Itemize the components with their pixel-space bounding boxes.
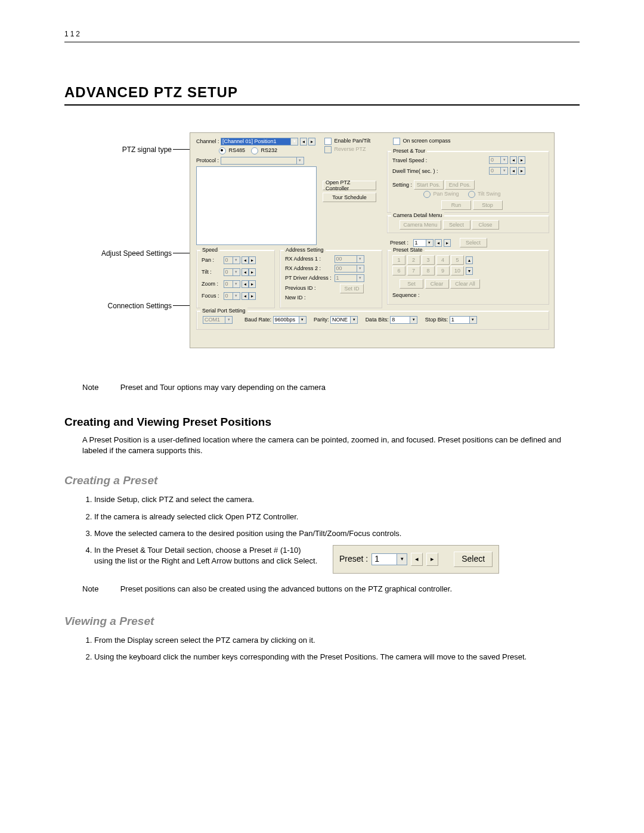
- title-rule: [64, 104, 580, 106]
- dropdown-arrow-icon: ▾: [426, 240, 433, 246]
- start-pos-button[interactable]: Start Pos.: [414, 180, 444, 190]
- preset-state-legend: Preset State: [391, 247, 425, 253]
- creating-preset-steps: Inside Setup, click PTZ and select the c…: [82, 494, 580, 573]
- rs232-radio[interactable]: [251, 147, 258, 154]
- baud-label: Baud Rate:: [244, 317, 271, 323]
- preset-9[interactable]: 9: [436, 266, 450, 275]
- rx2-label: RX Address 2 :: [285, 265, 333, 271]
- protocol-select[interactable]: ▾: [221, 157, 304, 165]
- focus-select[interactable]: 0▾: [224, 292, 240, 300]
- pan-prev[interactable]: ◂: [242, 256, 249, 264]
- preset-scroll-up[interactable]: ▴: [466, 256, 473, 264]
- preset-clear-button[interactable]: Clear: [425, 279, 449, 289]
- callout-signal: PTZ signal type: [88, 145, 172, 154]
- channel-next-button[interactable]: ▸: [308, 138, 315, 145]
- rs485-radio[interactable]: [219, 147, 226, 154]
- dwell-time-next[interactable]: ▸: [518, 167, 525, 175]
- preset-7[interactable]: 7: [407, 266, 420, 275]
- preset-inline-widget: Preset : 1 ▾ ◂ ▸ Select: [333, 545, 499, 574]
- preset-widget-select[interactable]: 1 ▾: [371, 553, 407, 565]
- create-step-2: If the camera is already selected click …: [94, 512, 580, 522]
- camera-select-button[interactable]: Select: [443, 220, 470, 230]
- tilt-label: Tilt :: [202, 269, 222, 275]
- focus-next[interactable]: ▸: [249, 292, 256, 300]
- preset-state-group: Preset State 1 2 3 4 5 ▴ 6 7 8 9 10 ▾: [387, 250, 549, 305]
- tour-schedule-button[interactable]: Tour Schedule: [323, 193, 376, 202]
- preset-8[interactable]: 8: [422, 266, 435, 275]
- preset-label: Preset :: [390, 240, 408, 246]
- preset-1[interactable]: 1: [392, 255, 405, 265]
- camera-detail-legend: Camera Detail Menu: [391, 212, 444, 218]
- baud-select[interactable]: 9600bps▾: [273, 316, 306, 324]
- rx2-select[interactable]: 00▾: [335, 265, 364, 272]
- tilt-select[interactable]: 0▾: [224, 268, 240, 276]
- dropdown-arrow-icon: ▾: [357, 275, 364, 281]
- zoom-select[interactable]: 0▾: [224, 280, 240, 288]
- setid-button[interactable]: Set ID: [340, 284, 364, 293]
- zoom-next[interactable]: ▸: [249, 280, 256, 288]
- preset-select-button[interactable]: Select: [460, 238, 487, 247]
- preset-10[interactable]: 10: [451, 266, 464, 275]
- preset-4[interactable]: 4: [436, 255, 450, 265]
- preset-2[interactable]: 2: [407, 255, 420, 265]
- com-select[interactable]: COM1▾: [203, 316, 233, 324]
- stop-button[interactable]: Stop: [473, 200, 503, 210]
- run-button[interactable]: Run: [441, 200, 471, 210]
- preset-clearall-button[interactable]: Clear All: [450, 279, 480, 289]
- end-pos-button[interactable]: End Pos.: [445, 180, 475, 190]
- channel-prev-button[interactable]: ◂: [300, 138, 307, 145]
- dropdown-arrow-icon: ▾: [350, 317, 357, 323]
- preset-select[interactable]: 1▾: [413, 239, 434, 247]
- preset-widget-select-button[interactable]: Select: [454, 552, 493, 567]
- pan-swing-radio[interactable]: [423, 191, 431, 198]
- note-2: Note Preset positions can also be create…: [82, 584, 580, 593]
- travel-speed-next[interactable]: ▸: [518, 156, 525, 164]
- create-step-3: Move the selected camera to the desired …: [94, 528, 580, 539]
- preset-5[interactable]: 5: [451, 255, 464, 265]
- pan-next[interactable]: ▸: [249, 256, 256, 264]
- camera-close-button[interactable]: Close: [472, 220, 499, 230]
- pan-select[interactable]: 0▾: [224, 256, 240, 264]
- dropdown-arrow-icon: ▾: [233, 293, 240, 299]
- dropdown-arrow-icon: ▾: [299, 317, 306, 323]
- open-ptz-button[interactable]: Open PTZ Controller: [323, 181, 376, 190]
- camera-menu-button[interactable]: Camera Menu: [400, 220, 441, 230]
- focus-prev[interactable]: ◂: [242, 292, 249, 300]
- databits-select[interactable]: 8▾: [390, 316, 417, 324]
- preset-6[interactable]: 6: [392, 266, 405, 275]
- travel-speed-prev[interactable]: ◂: [510, 156, 517, 164]
- ptdrv-select[interactable]: 1▾: [335, 274, 364, 282]
- preset-prev[interactable]: ◂: [435, 239, 442, 247]
- channel-select[interactable]: [Channel 01] Position1 ▾: [221, 138, 298, 145]
- preset-widget-prev[interactable]: ◂: [411, 553, 423, 566]
- preset-tour-group: Preset & Tour Travel Speed : 0▾ ◂ ▸ Dwel…: [387, 151, 549, 213]
- tilt-next[interactable]: ▸: [249, 268, 256, 276]
- viewing-preset-steps: From the Display screen select the PTZ c…: [82, 635, 580, 662]
- zoom-prev[interactable]: ◂: [242, 280, 249, 288]
- enable-pantilt-checkbox[interactable]: [324, 138, 332, 145]
- rx1-label: RX Address 1 :: [285, 256, 333, 262]
- preset-set-button[interactable]: Set: [400, 279, 423, 289]
- preset-widget-next[interactable]: ▸: [426, 553, 438, 566]
- pan-label: Pan :: [202, 257, 222, 263]
- preset-next[interactable]: ▸: [444, 239, 451, 247]
- reverse-ptz-checkbox[interactable]: [324, 146, 332, 153]
- travel-speed-select[interactable]: 0▾: [489, 156, 508, 164]
- camera-list[interactable]: [196, 166, 317, 245]
- pan-swing-label: Pan Swing: [434, 191, 459, 197]
- section-creating-viewing-title: Creating and Viewing Preset Positions: [64, 416, 580, 429]
- speed-group: Speed Pan : 0▾ ◂▸ Tilt : 0▾ ◂▸ Zoom : 0▾…: [196, 250, 275, 308]
- stopbits-select[interactable]: 1▾: [450, 316, 477, 324]
- onscreen-compass-checkbox[interactable]: [393, 138, 400, 145]
- dwell-time-prev[interactable]: ◂: [510, 167, 517, 175]
- parity-select[interactable]: NONE▾: [330, 316, 358, 324]
- tilt-swing-radio[interactable]: [468, 191, 475, 198]
- note-1-label: Note: [82, 383, 118, 392]
- rx1-select[interactable]: 00▾: [335, 255, 364, 263]
- preset-3[interactable]: 3: [422, 255, 435, 265]
- tilt-prev[interactable]: ◂: [242, 268, 249, 276]
- address-legend: Address Setting: [284, 247, 326, 253]
- note-2-label: Note: [82, 584, 118, 593]
- preset-scroll-down[interactable]: ▾: [466, 267, 473, 275]
- dwell-time-select[interactable]: 0▾: [489, 167, 508, 175]
